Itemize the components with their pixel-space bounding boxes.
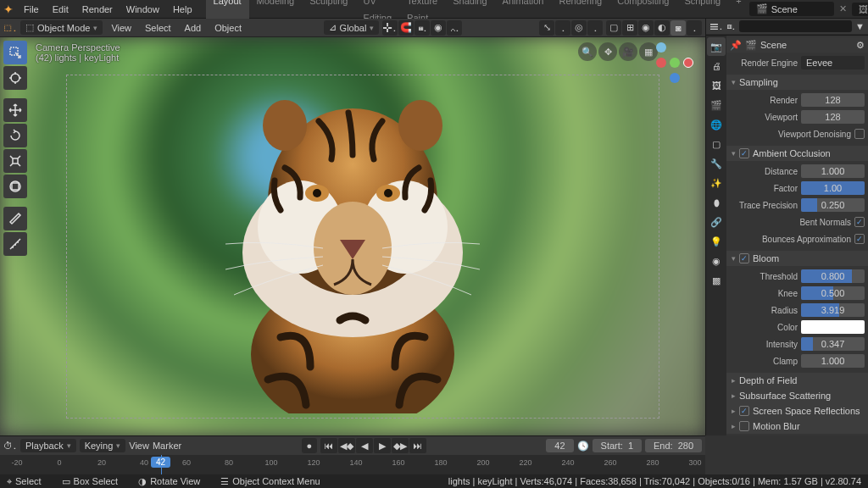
autokey-toggle[interactable]: ● <box>302 438 317 453</box>
outliner-search[interactable] <box>739 20 852 32</box>
tool-scale[interactable] <box>3 149 27 173</box>
gizmo-toggle[interactable]: ⤡ <box>539 20 554 36</box>
view-layer-icon[interactable]: ▥᎐ <box>726 21 736 31</box>
panel-header[interactable]: ▾Sampling <box>726 75 868 90</box>
snap-element-dropdown[interactable]: ▦᎐ <box>415 20 430 36</box>
tl-view-menu[interactable]: View <box>129 441 149 451</box>
ptab-render[interactable]: 📷 <box>707 37 726 56</box>
end-frame-field[interactable]: End:280 <box>645 439 702 452</box>
panel-header[interactable]: ▾✓Bloom <box>726 251 868 266</box>
scene-selector[interactable]: 🎬 Scene <box>749 2 834 16</box>
shading-solid-icon[interactable]: ◉ <box>638 20 654 36</box>
tl-keying-menu[interactable]: Keying▾ <box>80 439 126 452</box>
scene-unlink-icon[interactable]: ✕ <box>839 3 847 14</box>
xray-toggle[interactable]: ▢ <box>606 20 621 36</box>
menu-file[interactable]: File <box>17 0 46 19</box>
ptab-modifier[interactable]: 🔧 <box>707 154 726 173</box>
property-value-field[interactable] <box>801 320 865 334</box>
keyframe-prev-button[interactable]: ◀◆ <box>338 438 355 453</box>
mode-selector[interactable]: ⬚ Object Mode ▾ <box>20 20 103 35</box>
play-button[interactable]: ▶ <box>374 438 391 453</box>
property-value-field[interactable]: 0.500 <box>801 286 865 300</box>
shading-dropdown[interactable]: ᎐ <box>687 20 702 36</box>
ptab-world[interactable]: 🌐 <box>707 115 726 134</box>
editor-type-icon[interactable]: ⬚᎐ <box>3 23 17 33</box>
menu-window[interactable]: Window <box>120 0 166 19</box>
playhead[interactable]: 42 <box>161 455 162 475</box>
shading-rendered-icon[interactable]: ◙ <box>670 20 686 36</box>
current-frame-field[interactable]: 42 <box>546 439 573 452</box>
select-menu[interactable]: Select <box>140 23 176 33</box>
property-value-field[interactable]: 0.347 <box>801 337 865 351</box>
shading-lookdev-icon[interactable]: ◐ <box>654 20 670 36</box>
property-value-field[interactable]: 1.000 <box>801 354 865 368</box>
jump-end-button[interactable]: ⏭ <box>409 438 426 453</box>
render-engine-dropdown[interactable]: Eevee <box>801 56 865 69</box>
tl-playback-menu[interactable]: Playback▾ <box>20 439 76 452</box>
object-menu[interactable]: Object <box>209 23 247 33</box>
panel-header[interactable]: ▸Subsurface Scattering <box>726 388 868 403</box>
panel-header[interactable]: ▸Motion Blur <box>726 419 868 434</box>
ptab-material[interactable]: ◉ <box>707 252 726 270</box>
ptab-constraint[interactable]: 🔗 <box>707 213 726 231</box>
tool-select-box[interactable] <box>3 41 27 64</box>
ptab-particle[interactable]: ✨ <box>707 174 726 192</box>
pivot-dropdown[interactable]: ✛᎐ <box>382 20 398 36</box>
tool-transform[interactable] <box>3 175 27 198</box>
menu-edit[interactable]: Edit <box>46 0 75 19</box>
tl-marker-menu[interactable]: Marker <box>153 441 181 451</box>
property-value-field[interactable]: 0.250 <box>801 198 865 212</box>
panel-enable-checkbox[interactable]: ✓ <box>739 406 749 416</box>
3d-viewport[interactable]: Camera Perspective (42) lights | keyLigh… <box>0 37 705 435</box>
play-reverse-button[interactable]: ◀ <box>356 438 373 453</box>
panel-enable-checkbox[interactable]: ✓ <box>739 148 749 158</box>
ptab-scene[interactable]: 🎬 <box>707 96 726 114</box>
overlay-toggle[interactable]: ◎ <box>571 20 587 36</box>
keyframe-next-button[interactable]: ◆▶ <box>392 438 409 453</box>
options-icon[interactable]: ⚙ <box>856 40 865 51</box>
start-frame-field[interactable]: Start:1 <box>593 439 642 452</box>
timeline-ruler[interactable]: -200204060801001201401601802002202402602… <box>0 455 705 475</box>
zoom-button[interactable]: 🔍 <box>578 42 597 61</box>
camera-view-button[interactable]: 🎥 <box>619 42 637 61</box>
panel-header[interactable]: ▸✓Screen Space Reflections <box>726 403 868 419</box>
panel-header[interactable]: ▾✓Ambient Occlusion <box>726 146 868 161</box>
pan-button[interactable]: ✥ <box>598 42 617 61</box>
property-value-field[interactable]: 0.800 <box>801 269 865 283</box>
overlay-dropdown[interactable]: ᎐ <box>587 20 603 36</box>
outliner-type-icon[interactable]: ☰᎐ <box>709 21 723 31</box>
menu-help[interactable]: Help <box>166 0 199 19</box>
property-value-field[interactable]: 128 <box>801 93 865 107</box>
gizmo-dropdown[interactable]: ᎐ <box>555 20 570 36</box>
ptab-physics[interactable]: ⬮ <box>707 193 726 212</box>
property-checkbox[interactable]: ✓ <box>854 234 865 244</box>
menu-render[interactable]: Render <box>75 0 120 19</box>
tool-move[interactable] <box>3 98 27 122</box>
orientation-selector[interactable]: ⊿ Global ▾ <box>324 20 380 35</box>
jump-start-button[interactable]: ⏮ <box>320 438 337 453</box>
tool-rotate[interactable] <box>3 124 27 147</box>
proportional-falloff-dropdown[interactable]: ⌒᎐ <box>447 20 462 36</box>
proportional-edit-toggle[interactable]: ◉ <box>431 20 446 36</box>
view-menu[interactable]: View <box>106 23 136 33</box>
tool-measure[interactable] <box>3 232 27 256</box>
shading-wire-icon[interactable]: ⊞ <box>622 20 637 36</box>
ptab-viewlayer[interactable]: 🖼 <box>707 76 726 95</box>
filter-icon[interactable]: ▼ <box>855 21 865 31</box>
ptab-object[interactable]: ▢ <box>707 135 726 153</box>
ptab-texture[interactable]: ▩ <box>707 271 726 290</box>
ptab-data[interactable]: 💡 <box>707 232 726 251</box>
property-checkbox[interactable]: ✓ <box>854 217 865 227</box>
property-value-field[interactable]: 1.000 <box>801 164 865 178</box>
ptab-output[interactable]: 🖨 <box>707 57 726 75</box>
clock-icon[interactable]: 🕓 <box>577 441 589 452</box>
panel-enable-checkbox[interactable]: ✓ <box>739 253 749 263</box>
editor-type-icon[interactable]: ⏱᎐ <box>3 441 17 451</box>
viewlayer-selector[interactable]: 🖼 View Layer <box>852 3 868 16</box>
add-menu[interactable]: Add <box>180 23 207 33</box>
panel-header[interactable]: ▸Depth of Field <box>726 373 868 388</box>
property-value-field[interactable]: 1.00 <box>801 181 865 195</box>
tool-annotate[interactable] <box>3 207 27 230</box>
axis-gizmo[interactable] <box>654 41 695 86</box>
property-value-field[interactable]: 3.919 <box>801 303 865 317</box>
